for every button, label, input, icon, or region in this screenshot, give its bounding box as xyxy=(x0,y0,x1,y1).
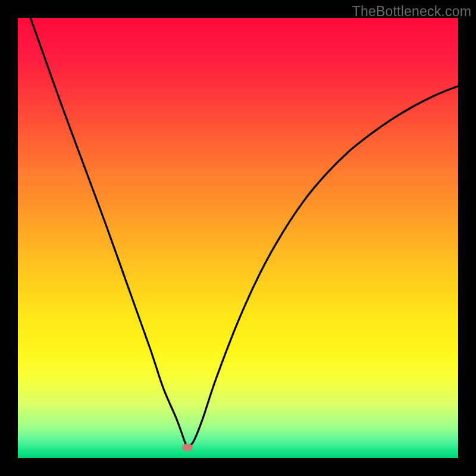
watermark-text: TheBottleneck.com xyxy=(352,4,471,20)
plot-area xyxy=(18,18,458,458)
bottleneck-curve xyxy=(18,0,458,447)
optimal-point-marker xyxy=(182,444,193,451)
chart-frame: TheBottleneck.com xyxy=(0,0,476,476)
curve-svg xyxy=(18,18,458,458)
